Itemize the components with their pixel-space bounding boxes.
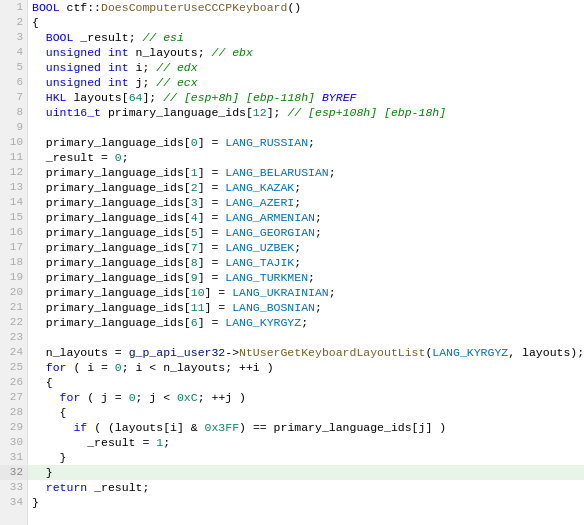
code-line: primary_language_ids[1] = LANG_BELARUSIA… [28,165,584,180]
code-line: uint16_t primary_language_ids[12]; // [e… [28,105,584,120]
code-line: primary_language_ids[6] = LANG_KYRGYZ; [28,315,584,330]
line-number: 29 [0,420,27,435]
line-number: 22 [0,315,27,330]
line-number: 10 [0,135,27,150]
line-number: 1 [0,0,27,15]
code-line: } [28,465,584,480]
line-number: 32 [0,465,27,480]
code-line: _result = 0; [28,150,584,165]
line-number: 2 [0,15,27,30]
code-line: for ( i = 0; i < n_layouts; ++i ) [28,360,584,375]
code-line: } [28,450,584,465]
code-viewer: 1234567891011121314151617181920212223242… [0,0,584,525]
line-number: 15 [0,210,27,225]
code-line: primary_language_ids[5] = LANG_GEORGIAN; [28,225,584,240]
code-line: primary_language_ids[9] = LANG_TURKMEN; [28,270,584,285]
code-line: primary_language_ids[7] = LANG_UZBEK; [28,240,584,255]
code-line: { [28,15,584,30]
line-number: 11 [0,150,27,165]
code-line [28,120,584,135]
line-number: 17 [0,240,27,255]
line-number: 21 [0,300,27,315]
code-line: HKL layouts[64]; // [esp+8h] [ebp-118h] … [28,90,584,105]
line-number: 14 [0,195,27,210]
code-line: primary_language_ids[10] = LANG_UKRAINIA… [28,285,584,300]
code-line: unsigned int n_layouts; // ebx [28,45,584,60]
line-number: 26 [0,375,27,390]
code-line: primary_language_ids[2] = LANG_KAZAK; [28,180,584,195]
code-line: unsigned int i; // edx [28,60,584,75]
line-number: 34 [0,495,27,510]
line-number: 6 [0,75,27,90]
line-number: 19 [0,270,27,285]
line-number: 28 [0,405,27,420]
line-number: 4 [0,45,27,60]
code-body[interactable]: BOOL ctf::DoesComputerUseCCCPKeyboard(){… [28,0,584,525]
code-line: { [28,375,584,390]
code-line: return _result; [28,480,584,495]
code-line: { [28,405,584,420]
code-line: if ( (layouts[i] & 0x3FF) == primary_lan… [28,420,584,435]
code-line: unsigned int j; // ecx [28,75,584,90]
code-line: primary_language_ids[0] = LANG_RUSSIAN; [28,135,584,150]
line-number: 8 [0,105,27,120]
line-number: 27 [0,390,27,405]
line-number: 33 [0,480,27,495]
line-number: 13 [0,180,27,195]
line-number-gutter: 1234567891011121314151617181920212223242… [0,0,28,525]
line-number: 7 [0,90,27,105]
line-number: 18 [0,255,27,270]
line-number: 30 [0,435,27,450]
line-number: 24 [0,345,27,360]
line-number: 25 [0,360,27,375]
line-number: 31 [0,450,27,465]
code-line: BOOL ctf::DoesComputerUseCCCPKeyboard() [28,0,584,15]
line-number: 20 [0,285,27,300]
line-number: 3 [0,30,27,45]
code-line: primary_language_ids[8] = LANG_TAJIK; [28,255,584,270]
line-number: 9 [0,120,27,135]
line-number: 16 [0,225,27,240]
code-line: primary_language_ids[4] = LANG_ARMENIAN; [28,210,584,225]
code-line: for ( j = 0; j < 0xC; ++j ) [28,390,584,405]
code-line: primary_language_ids[3] = LANG_AZERI; [28,195,584,210]
code-line: n_layouts = g_p_api_user32->NtUserGetKey… [28,345,584,360]
code-line: BOOL _result; // esi [28,30,584,45]
code-line: primary_language_ids[11] = LANG_BOSNIAN; [28,300,584,315]
code-line: } [28,495,584,510]
code-line: _result = 1; [28,435,584,450]
line-number: 12 [0,165,27,180]
line-number: 23 [0,330,27,345]
code-line [28,330,584,345]
line-number: 5 [0,60,27,75]
